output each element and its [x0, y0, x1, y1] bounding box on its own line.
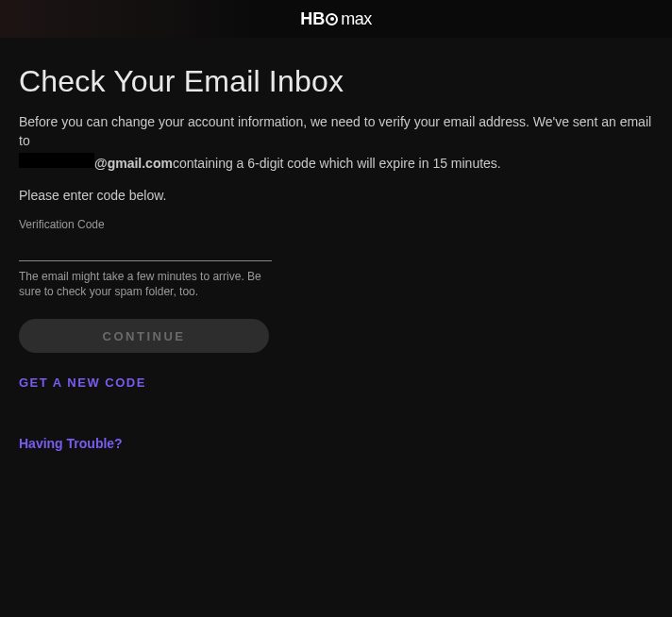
- get-new-code-link[interactable]: GET A NEW CODE: [19, 375, 146, 390]
- main-content: Check Your Email Inbox Before you can ch…: [0, 38, 672, 471]
- email-domain: @gmail.com: [94, 156, 173, 171]
- hbomax-logo: HBmax: [300, 9, 372, 29]
- email-line: @gmail.com containing a 6-digit code whi…: [19, 153, 653, 171]
- redacted-email-prefix: [19, 153, 94, 168]
- logo-o-icon: [326, 13, 338, 25]
- page-title: Check Your Email Inbox: [19, 64, 653, 99]
- logo-text: HBmax: [300, 9, 372, 29]
- verification-code-input[interactable]: [19, 235, 272, 261]
- having-trouble-link[interactable]: Having Trouble?: [19, 436, 123, 451]
- continue-button[interactable]: CONTINUE: [19, 319, 269, 353]
- verification-code-label: Verification Code: [19, 218, 653, 231]
- header-bar: HBmax: [0, 0, 672, 38]
- helper-text: The email might take a few minutes to ar…: [19, 269, 264, 301]
- header-background-decor: [0, 0, 264, 38]
- email-suffix-text: containing a 6-digit code which will exp…: [173, 156, 501, 171]
- description-text: Before you can change your account infor…: [19, 112, 653, 151]
- instruction-text: Please enter code below.: [19, 188, 653, 203]
